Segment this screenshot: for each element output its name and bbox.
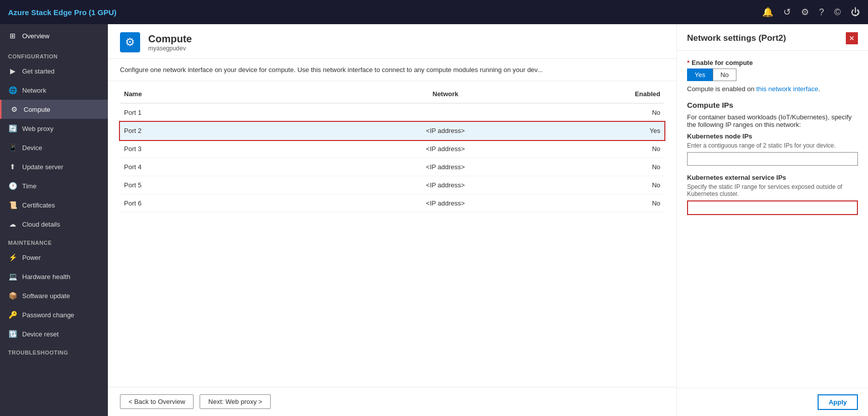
refresh-icon[interactable]: ↺: [783, 7, 791, 18]
table-row[interactable]: Port 1No: [120, 103, 664, 122]
network-icon: 🌐: [8, 86, 17, 95]
port-network-cell: <IP address>: [297, 140, 593, 158]
sidebar-item-web-proxy[interactable]: 🔄 Web proxy: [0, 119, 108, 138]
password-change-icon: 🔑: [8, 310, 17, 319]
sidebar-item-label: Time: [22, 182, 36, 190]
enable-yes-button[interactable]: Yes: [687, 68, 713, 81]
k8s-ext-ips-input[interactable]: [687, 200, 858, 215]
sidebar-item-get-started[interactable]: ▶ Get started: [0, 61, 108, 81]
k8s-node-ips-title: Kubernetes node IPs: [687, 132, 858, 140]
next-web-proxy-button[interactable]: Next: Web proxy >: [200, 394, 271, 409]
sidebar-item-software-update[interactable]: 📦 Software update: [0, 286, 108, 305]
network-settings-panel: Network settings (Port2) ✕ *Enable for c…: [676, 24, 868, 416]
power-sidebar-icon: ⚡: [8, 253, 17, 262]
certificates-icon: 📜: [8, 200, 17, 210]
sidebar-item-power[interactable]: ⚡ Power: [0, 248, 108, 267]
required-indicator: *: [687, 59, 690, 66]
sidebar-item-label: Certificates: [22, 201, 55, 209]
sidebar-item-label: Update server: [22, 163, 64, 171]
sidebar-item-label: Software update: [22, 292, 70, 300]
table-row[interactable]: Port 2<IP address>Yes: [120, 122, 664, 140]
panel-footer: Apply: [677, 388, 868, 416]
port-network-cell: <IP address>: [297, 158, 593, 176]
port-name-cell: Port 3: [120, 140, 297, 158]
sidebar-item-hardware-health[interactable]: 💻 Hardware health: [0, 267, 108, 286]
sidebar-item-compute[interactable]: ⚙ Compute: [0, 100, 108, 119]
sidebar-item-time[interactable]: 🕐 Time: [0, 176, 108, 195]
main-layout: ⊞ Overview CONFIGURATION ▶ Get started 🌐…: [0, 24, 868, 416]
port-enabled-cell: No: [593, 158, 664, 176]
get-started-icon: ▶: [8, 66, 17, 76]
network-interface-link[interactable]: this network interface: [756, 85, 818, 93]
col-header-network: Network: [297, 85, 593, 103]
table-row[interactable]: Port 4<IP address>No: [120, 158, 664, 176]
time-icon: 🕐: [8, 181, 17, 190]
sidebar-item-device[interactable]: 📱 Device: [0, 138, 108, 157]
table-row[interactable]: Port 3<IP address>No: [120, 140, 664, 158]
sidebar-item-label: Cloud details: [22, 221, 60, 228]
col-header-name: Name: [120, 85, 297, 103]
sidebar-item-label: Device reset: [22, 330, 58, 338]
sidebar-item-label: Device: [22, 144, 42, 152]
apply-button[interactable]: Apply: [818, 394, 858, 410]
troubleshooting-section-label: TROUBLESHOOTING: [0, 343, 108, 358]
col-header-enabled: Enabled: [593, 85, 664, 103]
topbar-icons: 🔔 ↺ ⚙ ? © ⏻: [762, 7, 860, 18]
table-section: Name Network Enabled Port 1NoPort 2<IP a…: [108, 81, 676, 387]
compute-header-icon: ⚙: [120, 32, 140, 52]
sidebar-item-network[interactable]: 🌐 Network: [0, 81, 108, 100]
overview-icon: ⊞: [8, 31, 17, 40]
settings-icon[interactable]: ⚙: [801, 7, 809, 18]
table-row[interactable]: Port 6<IP address>No: [120, 194, 664, 213]
sidebar-item-label: Password change: [22, 311, 74, 319]
sidebar-item-label: Get started: [22, 67, 54, 75]
table-row[interactable]: Port 5<IP address>No: [120, 176, 664, 194]
port-enabled-cell: No: [593, 103, 664, 122]
sidebar-item-label: Network: [22, 87, 46, 94]
enable-no-button[interactable]: No: [713, 68, 736, 81]
port-name-cell: Port 6: [120, 194, 297, 213]
panel-title: Network settings (Port2): [687, 33, 786, 43]
back-to-overview-button[interactable]: < Back to Overview: [120, 394, 194, 409]
update-server-icon: ⬆: [8, 162, 17, 171]
sidebar: ⊞ Overview CONFIGURATION ▶ Get started 🌐…: [0, 24, 108, 416]
panel-header: Network settings (Port2) ✕: [677, 24, 868, 51]
compute-icon: ⚙: [10, 105, 19, 114]
k8s-node-ips-input[interactable]: [687, 152, 858, 166]
port-network-cell: <IP address>: [297, 122, 593, 140]
sidebar-item-label: Hardware health: [22, 273, 70, 281]
power-icon[interactable]: ⏻: [851, 7, 860, 18]
sidebar-item-update-server[interactable]: ⬆ Update server: [0, 157, 108, 176]
copyright-icon: ©: [834, 7, 841, 18]
sidebar-item-overview[interactable]: ⊞ Overview: [0, 24, 108, 47]
port-network-cell: [297, 103, 593, 122]
ports-table: Name Network Enabled Port 1NoPort 2<IP a…: [120, 85, 664, 213]
bell-icon[interactable]: 🔔: [762, 7, 773, 18]
port-enabled-cell: No: [593, 140, 664, 158]
panel-close-button[interactable]: ✕: [846, 32, 858, 44]
sidebar-item-certificates[interactable]: 📜 Certificates: [0, 195, 108, 215]
panel-body: *Enable for compute Yes No Compute is en…: [677, 51, 868, 388]
config-section-label: CONFIGURATION: [0, 47, 108, 61]
sidebar-item-device-reset[interactable]: 🔃 Device reset: [0, 324, 108, 343]
cloud-details-icon: ☁: [8, 220, 17, 229]
port-name-cell: Port 1: [120, 103, 297, 122]
sidebar-overview-label: Overview: [22, 32, 49, 40]
content-area: ⚙ Compute myasegpudev Configure one netw…: [108, 24, 676, 416]
compute-ips-title: Compute IPs: [687, 101, 858, 109]
panel-info-text: Compute is enabled on this network inter…: [687, 85, 858, 93]
port-enabled-cell: Yes: [593, 122, 664, 140]
port-name-cell: Port 4: [120, 158, 297, 176]
page-header-text: Compute myasegpudev: [148, 33, 192, 52]
web-proxy-icon: 🔄: [8, 124, 17, 133]
page-subtitle: myasegpudev: [148, 45, 192, 52]
compute-ips-desc: For container based workloads (IoT/Kuber…: [687, 113, 858, 128]
sidebar-item-label: Compute: [24, 106, 50, 113]
help-icon[interactable]: ?: [819, 7, 824, 18]
enable-compute-toggle: Yes No: [687, 68, 858, 81]
sidebar-item-cloud-details[interactable]: ☁ Cloud details: [0, 215, 108, 234]
sidebar-item-password-change[interactable]: 🔑 Password change: [0, 305, 108, 324]
topbar: Azure Stack Edge Pro (1 GPU) 🔔 ↺ ⚙ ? © ⏻: [0, 0, 868, 24]
table-header-row: Name Network Enabled: [120, 85, 664, 103]
page-header: ⚙ Compute myasegpudev: [108, 24, 676, 59]
